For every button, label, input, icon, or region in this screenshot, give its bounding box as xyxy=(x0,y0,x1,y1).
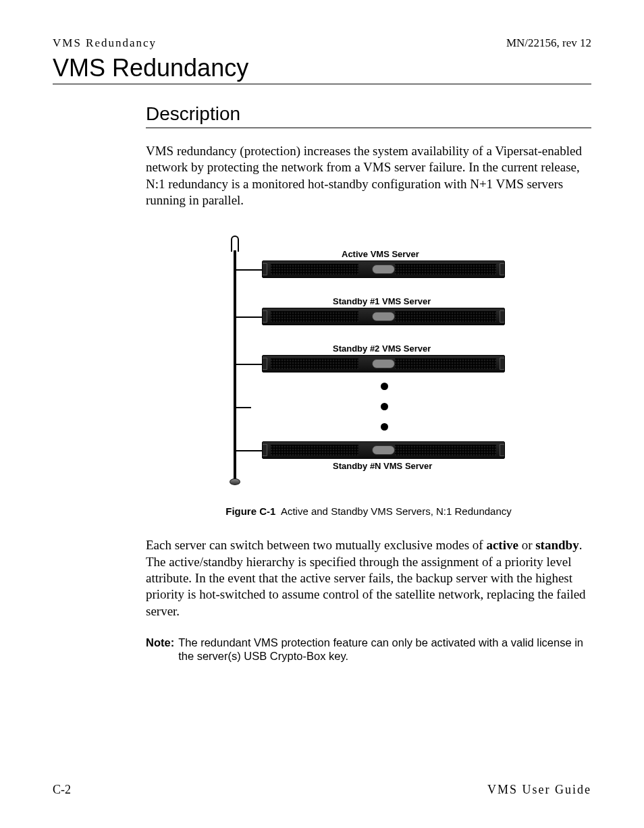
figure-caption-text: Active and Standby VMS Servers, N:1 Redu… xyxy=(281,505,512,517)
term-active: active xyxy=(486,538,518,552)
footer-guide-name: VMS User Guide xyxy=(487,783,591,797)
redundancy-diagram: Active VMS Server Standby #1 VMS Server … xyxy=(213,233,524,496)
description-paragraph-1: VMS redundancy (protection) increases th… xyxy=(146,143,591,209)
running-header-docid: MN/22156, rev 12 xyxy=(506,36,591,50)
server-rack-icon xyxy=(262,355,505,372)
para2-mid: or xyxy=(518,538,535,552)
description-paragraph-2: Each server can switch between two mutua… xyxy=(146,537,591,619)
server-rack-icon xyxy=(262,308,505,325)
server-rack-icon xyxy=(262,441,505,459)
para2-pre: Each server can switch between two mutua… xyxy=(146,538,486,552)
page-title: VMS Redundancy xyxy=(53,54,591,84)
server-label-standbyn: Standby #N VMS Server xyxy=(333,461,432,471)
network-bus-top-icon xyxy=(231,236,239,252)
ellipsis-dot-icon xyxy=(381,423,388,431)
section-heading-description: Description xyxy=(146,103,591,128)
bus-stub-icon xyxy=(236,364,262,365)
bus-stub-icon xyxy=(236,316,262,318)
bus-stub-icon xyxy=(236,450,262,451)
note-block: Note: The redundant VMS protection featu… xyxy=(146,636,591,663)
running-header-section: VMS Redundancy xyxy=(53,36,157,50)
server-label-standby2: Standby #2 VMS Server xyxy=(333,343,431,354)
page-number: C-2 xyxy=(53,783,71,797)
bus-stub-icon xyxy=(236,407,251,408)
network-bus-bottom-icon xyxy=(230,478,240,485)
server-label-standby1: Standby #1 VMS Server xyxy=(333,296,431,306)
term-standby: standby xyxy=(535,538,579,552)
bus-stub-icon xyxy=(236,269,262,271)
figure-id: Figure C-1 xyxy=(225,505,275,517)
ellipsis-dot-icon xyxy=(381,383,388,390)
note-label: Note: xyxy=(146,636,174,663)
note-text: The redundant VMS protection feature can… xyxy=(178,636,591,663)
network-bus-line-icon xyxy=(234,250,236,480)
figure-caption: Figure C-1 Active and Standby VMS Server… xyxy=(225,505,512,517)
server-label-active: Active VMS Server xyxy=(342,249,419,259)
server-rack-icon xyxy=(262,260,505,278)
ellipsis-dot-icon xyxy=(381,403,388,410)
figure-c1: Active VMS Server Standby #1 VMS Server … xyxy=(146,233,591,517)
